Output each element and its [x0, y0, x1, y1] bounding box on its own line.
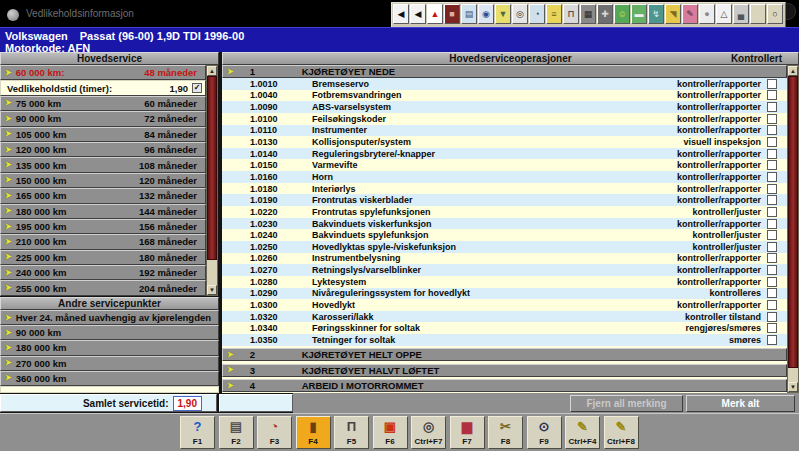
- brake-fluid-fkey-button[interactable]: ▣F6: [373, 416, 408, 449]
- operation-row[interactable]: 1.0090ABS-varselsystemkontroller/rapport…: [222, 101, 787, 113]
- operation-row[interactable]: 1.0130Kollisjonsputer/systemvisuell insp…: [222, 136, 787, 148]
- jack-icon[interactable]: △: [716, 4, 732, 24]
- kontrollert-checkbox[interactable]: [767, 312, 777, 322]
- maintenance-time-checkbox[interactable]: ✓: [192, 83, 202, 93]
- kontrollert-checkbox[interactable]: [767, 253, 777, 263]
- operation-row[interactable]: 1.0100Feilsøkingskoderkontroller/rapport…: [222, 113, 787, 125]
- kontrollert-checkbox[interactable]: [767, 265, 777, 275]
- edit-pencil-fkey-button[interactable]: ✎Ctrl+F8: [604, 416, 639, 449]
- operation-row[interactable]: 1.0270Retningslys/varselblinkerkontrolle…: [222, 264, 787, 276]
- edit-pencil-fkey-button[interactable]: ✎Ctrl+F4: [565, 416, 600, 449]
- operation-row[interactable]: 1.0190Frontrutas viskerbladerkontroller/…: [222, 194, 787, 206]
- service-interval-row-selected[interactable]: ➤60 000 km:48 måneder: [0, 65, 206, 80]
- scroll-up-icon[interactable]: ▲: [788, 66, 798, 76]
- operation-group-row[interactable]: ➤1KJØRETØYET NEDE: [222, 65, 787, 78]
- service-interval-row[interactable]: ➤105 000 km84 måneder: [0, 127, 206, 142]
- operation-row[interactable]: 1.0340Føringsskinner for soltakrengjøres…: [222, 322, 787, 334]
- cut-notes-fkey-button[interactable]: ✂F8: [488, 416, 523, 449]
- kontrollert-checkbox[interactable]: [767, 230, 777, 240]
- operation-group-row[interactable]: ➤4ARBEID I MOTORROMMET: [222, 379, 787, 392]
- service-interval-row[interactable]: ➤225 000 km180 måneder: [0, 250, 206, 265]
- scroll-down-icon[interactable]: ▼: [788, 382, 798, 392]
- gauge-icon[interactable]: ◔: [529, 4, 545, 24]
- operation-row[interactable]: 1.0110Instrumenterkontroller/rapporter: [222, 125, 787, 137]
- kontrollert-checkbox[interactable]: [767, 335, 777, 345]
- operations-scrollbar[interactable]: ▲ ▼: [787, 65, 799, 393]
- scroll-thumb[interactable]: [207, 76, 217, 260]
- operation-row[interactable]: 1.0180Interiørlyskontroller/rapporter: [222, 183, 787, 195]
- other-servicepoint-row[interactable]: ➤360 000 km: [0, 371, 219, 386]
- warning-icon[interactable]: ▲: [427, 4, 443, 24]
- service-interval-row[interactable]: ➤210 000 km168 måneder: [0, 234, 206, 249]
- hovedservice-scrollbar[interactable]: ▲ ▼: [206, 65, 218, 296]
- wheel-change-icon[interactable]: ●: [699, 4, 715, 24]
- tyre-icon[interactable]: ◎: [512, 4, 528, 24]
- spark-plug-icon[interactable]: ✚: [597, 4, 613, 24]
- kontrollert-checkbox[interactable]: [767, 195, 777, 205]
- steering-wheel-icon[interactable]: ◉: [478, 4, 494, 24]
- instrument-cluster-fkey-button[interactable]: ◔F3: [257, 416, 292, 449]
- operation-row[interactable]: 1.0260Instrumentbelysningkontroller/rapp…: [222, 253, 787, 265]
- emissions-icon[interactable]: ☺: [614, 4, 630, 24]
- operation-row[interactable]: 1.0290Nivåreguleringssystem for hovedlyk…: [222, 288, 787, 300]
- operation-row[interactable]: 1.0040Fotbremsvandringenkontroller/rappo…: [222, 90, 787, 102]
- service-interval-row[interactable]: ➤150 000 km120 måneder: [0, 173, 206, 188]
- kontrollert-checkbox[interactable]: [767, 172, 777, 182]
- operation-row[interactable]: 1.0280Lyktesystemkontroller/rapporter: [222, 276, 787, 288]
- service-interval-row[interactable]: ➤180 000 km144 måneder: [0, 204, 206, 219]
- car-body-icon[interactable]: ▄: [733, 4, 749, 24]
- operation-row[interactable]: 1.0220Frontrutas spylefunksjonenkontroll…: [222, 206, 787, 218]
- kontrollert-checkbox[interactable]: [767, 125, 777, 135]
- search-icon[interactable]: ○: [767, 4, 783, 24]
- operation-row[interactable]: 1.0230Bakvinduets viskerfunksjonkontroll…: [222, 218, 787, 230]
- car-lift-fkey-button[interactable]: ΠF5: [334, 416, 369, 449]
- kontrollert-checkbox[interactable]: [767, 207, 777, 217]
- operation-row[interactable]: 1.0160Hornkontroller/rapporter: [222, 171, 787, 183]
- kontrollert-checkbox[interactable]: [767, 219, 777, 229]
- documents-icon[interactable]: ▤: [461, 4, 477, 24]
- service-interval-row[interactable]: ➤135 000 km108 måneder: [0, 157, 206, 172]
- kontrollert-checkbox[interactable]: [767, 160, 777, 170]
- oil-level-icon[interactable]: ≡: [546, 4, 562, 24]
- service-interval-row[interactable]: ➤120 000 km96 måneder: [0, 142, 206, 157]
- oil-service-fkey-button[interactable]: ▮F4: [296, 416, 331, 449]
- other-servicepoint-row[interactable]: ➤180 000 km: [0, 340, 219, 355]
- scroll-thumb[interactable]: [788, 76, 798, 368]
- service-interval-row[interactable]: ➤240 000 km192 måneder: [0, 265, 206, 280]
- operation-row[interactable]: 1.0240Bakvinduets spylefunksjonkontrolle…: [222, 229, 787, 241]
- crash-test-icon[interactable]: ■: [444, 4, 460, 24]
- nav-back-icon[interactable]: ◀: [410, 4, 426, 24]
- operation-row[interactable]: 1.0350Tetninger for soltaksmøres: [222, 334, 787, 346]
- car-wash-icon[interactable]: ▼: [495, 4, 511, 24]
- measurements-fkey-button[interactable]: ⊙F9: [527, 416, 562, 449]
- kontrollert-checkbox[interactable]: [767, 137, 777, 147]
- engine-icon[interactable]: ▦: [580, 4, 596, 24]
- operation-row[interactable]: 1.0140Reguleringsbrytere/-knapperkontrol…: [222, 148, 787, 160]
- operation-row[interactable]: 1.0010Bremseservokontroller/rapporter: [222, 78, 787, 90]
- scroll-down-icon[interactable]: ▼: [207, 285, 217, 295]
- maintenance-time-row[interactable]: Vedlikeholdstid (timer):1,90✓: [0, 80, 206, 95]
- operation-row[interactable]: 1.0250Hovedlyktas spyle-/viskefunksjonko…: [222, 241, 787, 253]
- diagnostics-icon[interactable]: ↯: [648, 4, 664, 24]
- other-servicepoint-row[interactable]: ➤Hver 24. måned uavhengig av kjørelengde…: [0, 310, 219, 325]
- kontrollert-checkbox[interactable]: [767, 149, 777, 159]
- clear-all-marking-button[interactable]: Fjern all merking: [570, 395, 683, 412]
- car-lift-icon[interactable]: Π: [563, 4, 579, 24]
- scroll-up-icon[interactable]: ▲: [207, 66, 217, 76]
- other-servicepoint-row[interactable]: ➤270 000 km: [0, 356, 219, 371]
- nav-first-icon[interactable]: ◀: [393, 4, 409, 24]
- service-interval-row[interactable]: ➤75 000 km60 måneder: [0, 96, 206, 111]
- operation-group-row[interactable]: ➤3KJØRETØYET HALVT LØFTET: [222, 364, 787, 377]
- service-interval-row[interactable]: ➤195 000 km156 måneder: [0, 219, 206, 234]
- service-interval-row[interactable]: ➤90 000 km72 måneder: [0, 111, 206, 126]
- kontrollert-checkbox[interactable]: [767, 79, 777, 89]
- kontrollert-checkbox[interactable]: [767, 114, 777, 124]
- kontrollert-checkbox[interactable]: [767, 90, 777, 100]
- tyre-check-fkey-button[interactable]: ◎Ctrl+F7: [411, 416, 446, 449]
- kontrollert-checkbox[interactable]: [767, 288, 777, 298]
- kontrollert-checkbox[interactable]: [767, 323, 777, 333]
- kontrollert-checkbox[interactable]: [767, 300, 777, 310]
- help-fkey-button[interactable]: ?F1: [180, 416, 215, 449]
- kontrollert-checkbox[interactable]: [767, 277, 777, 287]
- towing-icon[interactable]: ◥: [665, 4, 681, 24]
